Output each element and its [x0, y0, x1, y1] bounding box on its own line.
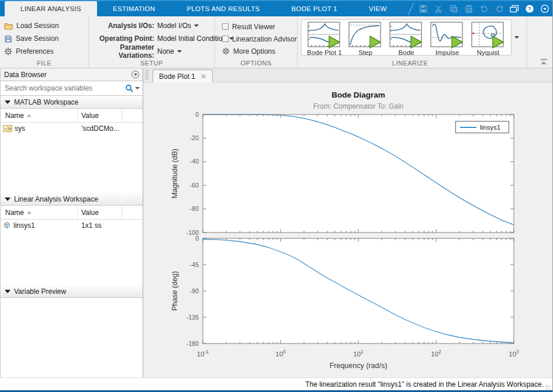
svg-text:0: 0 — [195, 111, 199, 118]
name-column-header[interactable]: Name — [1, 206, 78, 219]
ribbon-section-options: Result Viewer Linearization Advisor More… — [215, 16, 298, 68]
ribbon-tab-plots-and-results[interactable]: PLOTS AND RESULTS — [171, 1, 275, 16]
paste-icon[interactable] — [464, 4, 473, 13]
variable-preview-area — [1, 298, 143, 377]
ribbon: Load Session Save Session Preferences FI… — [0, 16, 553, 68]
matlab-workspace-header[interactable]: MATLAB Workspace — [1, 96, 143, 109]
bode-plot-thumbnail-icon — [389, 22, 423, 48]
svg-text:-45: -45 — [190, 261, 199, 268]
collapse-triangle-icon — [5, 197, 11, 201]
phase-plot[interactable]: 0-45-90-135-18010-1100101102103 — [176, 234, 519, 363]
analysis-ios-label: Analysis I/Os: — [89, 22, 154, 30]
chevron-down-icon — [177, 50, 182, 53]
redo-icon[interactable] — [495, 4, 504, 13]
toolbar-dropdown-icon[interactable] — [540, 4, 549, 13]
gallery-item-label: Bode — [399, 49, 414, 56]
more-options-label: More Options — [233, 47, 275, 55]
collapse-triangle-icon — [5, 290, 11, 293]
linear-analysis-workspace-header[interactable]: Linear Analysis Workspace — [1, 193, 143, 206]
ribbon-tab-bode-plot-1[interactable]: BODE PLOT 1 — [275, 1, 353, 16]
copy-icon[interactable] — [449, 4, 458, 13]
ribbon-section-linearize: Bode Plot 1 Step Bode Impulse — [298, 16, 553, 68]
quick-access-toolbar: ? — [410, 1, 549, 16]
collapse-ribbon-icon[interactable] — [540, 59, 548, 64]
document-tab-bode-plot-1[interactable]: Bode Plot 1 ✕ — [153, 70, 213, 82]
state-space-icon — [3, 221, 11, 229]
cut-icon[interactable] — [434, 4, 443, 13]
variable-preview-header[interactable]: Variable Preview — [1, 285, 143, 298]
search-icon[interactable] — [125, 84, 133, 92]
ribbon-section-setup: Analysis I/Os: Model I/Os Operating Poin… — [89, 16, 215, 68]
ribbon-tab-view[interactable]: VIEW — [353, 1, 403, 16]
linear-analysis-workspace-table: Name Value linsys1 1x1 ss — [1, 206, 143, 285]
svg-text:-40: -40 — [190, 158, 199, 165]
linearization-advisor-checkbox[interactable]: Linearization Advisor — [222, 33, 297, 45]
svg-text:-20: -20 — [190, 134, 199, 141]
file-section-label: FILE — [0, 60, 88, 67]
parameter-variations-label: Parameter Variations: — [89, 43, 154, 60]
svg-text:101: 101 — [353, 349, 364, 358]
table-row[interactable]: linsys1 1x1 ss — [1, 220, 143, 231]
search-bar — [1, 81, 143, 96]
svg-text:10-1: 10-1 — [197, 349, 209, 358]
save-session-button[interactable]: Save Session — [4, 32, 88, 45]
gear-icon — [222, 47, 230, 55]
bode-plot-thumbnail-icon — [307, 22, 341, 48]
linearize-bode-plot-1-button[interactable]: Bode Plot 1 — [304, 22, 345, 56]
chevron-down-icon — [194, 25, 199, 27]
linearize-step-button[interactable]: Step — [345, 22, 386, 56]
chevron-down-icon — [514, 36, 519, 39]
name-column-header[interactable]: Name — [1, 109, 78, 122]
panel-menu-icon[interactable] — [132, 71, 139, 78]
section-separator — [527, 16, 527, 68]
data-browser-title: Data Browser — [4, 71, 132, 79]
ribbon-tab-estimation[interactable]: ESTIMATION — [97, 1, 171, 16]
svg-text:103: 103 — [509, 349, 519, 358]
close-icon[interactable]: ✕ — [201, 72, 206, 81]
folder-icon — [4, 22, 13, 30]
linearize-impulse-button[interactable]: Impulse — [427, 22, 468, 56]
linearize-gallery: Bode Plot 1 Step Bode Impulse — [301, 19, 511, 55]
data-browser-panel: Data Browser MATLAB Workspace Name Value… — [0, 68, 143, 377]
bode-figure: Bode Diagram From: Compensator To: Gain … — [143, 82, 553, 377]
table-header: Name Value — [1, 206, 143, 220]
analysis-ios-dropdown[interactable]: Model I/Os — [157, 22, 199, 30]
gallery-item-label: Nyquist — [477, 49, 499, 56]
panel-drag-handle[interactable] — [145, 70, 148, 81]
load-session-button[interactable]: Load Session — [4, 19, 88, 32]
ribbon-section-file: Load Session Save Session Preferences FI… — [0, 16, 89, 68]
more-options-button[interactable]: More Options — [222, 45, 297, 57]
undo-icon[interactable] — [479, 4, 489, 13]
ribbon-tab-linear-analysis[interactable]: LINEAR ANALYSIS — [5, 1, 97, 16]
linearize-bode-button[interactable]: Bode — [386, 22, 427, 56]
data-browser-header: Data Browser — [1, 68, 143, 81]
table-header: Name Value — [1, 109, 143, 123]
plot-subtitle: From: Compensator To: Gain — [203, 102, 514, 110]
parameter-variations-dropdown[interactable]: None — [157, 47, 182, 55]
preferences-button[interactable]: Preferences — [4, 45, 88, 58]
operating-point-label: Operating Point: — [89, 34, 154, 43]
document-tab-strip: Bode Plot 1 ✕ — [143, 68, 553, 82]
value-column-header[interactable]: Value — [78, 109, 122, 122]
svg-text:-60: -60 — [190, 182, 199, 189]
svg-text:-80: -80 — [190, 205, 199, 212]
table-row[interactable]: ch sys 'scdDCMo... — [1, 123, 143, 134]
linearize-section-label: LINEARIZE — [298, 60, 523, 67]
layout-windows-icon[interactable] — [510, 4, 519, 13]
options-section-label: OPTIONS — [215, 60, 297, 67]
linearize-nyquist-button[interactable]: Nyquist — [468, 22, 509, 56]
step-plot-thumbnail-icon — [348, 22, 382, 48]
gallery-item-label: Step — [358, 49, 372, 56]
plot-legend[interactable]: linsys1 — [455, 121, 509, 133]
svg-text:100: 100 — [275, 349, 286, 358]
gallery-dropdown-button[interactable] — [510, 19, 523, 55]
result-viewer-checkbox[interactable]: Result Viewer — [222, 20, 297, 33]
search-options-icon[interactable] — [135, 87, 140, 89]
value-column-header[interactable]: Value — [78, 206, 122, 219]
search-input[interactable] — [4, 84, 124, 93]
help-icon[interactable]: ? — [525, 4, 534, 13]
main-region: Data Browser MATLAB Workspace Name Value… — [0, 68, 553, 377]
legend-line-sample — [460, 127, 476, 128]
save-icon[interactable] — [419, 4, 428, 13]
svg-text:?: ? — [528, 5, 531, 12]
